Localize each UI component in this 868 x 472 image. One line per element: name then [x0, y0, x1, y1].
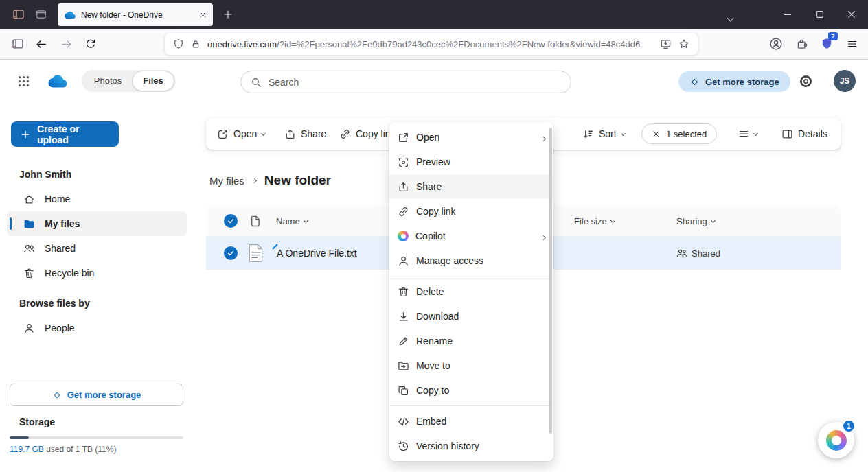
toggle-photos[interactable]: Photos: [82, 70, 134, 92]
details-button[interactable]: Details: [781, 118, 827, 150]
storage-progress-fill: [10, 436, 29, 439]
menu-item-label: Share: [416, 181, 442, 192]
menu-item-manage-access[interactable]: Manage access: [389, 248, 553, 273]
bookmark-star-icon[interactable]: [678, 38, 689, 49]
menu-item-delete[interactable]: Delete: [389, 279, 553, 304]
sort-icon: [582, 128, 594, 140]
save-page-icon[interactable]: [660, 38, 672, 50]
preview-icon: [398, 156, 409, 168]
sidebar-item-label: People: [45, 322, 75, 333]
app-launcher-icon[interactable]: [17, 75, 30, 88]
tab-close-icon[interactable]: [198, 10, 207, 19]
code-icon: [398, 416, 409, 427]
chevron-down-icon: [711, 217, 716, 222]
sidebar-item-shared[interactable]: Shared: [7, 236, 187, 261]
browser-tab[interactable]: New folder - OneDrive: [58, 3, 213, 26]
sort-button[interactable]: Sort: [582, 118, 625, 150]
menu-item-embed[interactable]: Embed: [389, 409, 553, 434]
menu-item-rename[interactable]: Rename: [389, 329, 553, 353]
sidebar-item-people[interactable]: People: [7, 316, 187, 340]
firefox-view-icon[interactable]: [12, 8, 25, 21]
reload-icon[interactable]: [85, 38, 96, 49]
share-button[interactable]: Share: [284, 118, 326, 150]
tab-list-chevron-icon[interactable]: [728, 12, 733, 23]
file-sharing-status[interactable]: Shared: [676, 237, 720, 270]
selection-count-pill[interactable]: 1 selected: [641, 123, 717, 144]
storage-usage-text: 119.7 GB used of 1 TB (11%): [10, 445, 116, 454]
trash-icon: [398, 286, 409, 298]
back-icon[interactable]: [36, 38, 47, 50]
menu-item-label: Open: [416, 132, 439, 143]
people-icon: [23, 243, 35, 255]
column-header-sharing[interactable]: Sharing: [676, 206, 715, 236]
plus-icon: [21, 130, 30, 139]
menu-scrollbar[interactable]: [549, 128, 552, 434]
home-icon: [23, 193, 35, 205]
menu-item-label: Copilot: [415, 231, 446, 241]
trash-icon: [23, 268, 35, 279]
menu-item-share[interactable]: Share: [389, 174, 553, 199]
sort-label: Sort: [599, 128, 617, 139]
minimize-icon[interactable]: [783, 10, 792, 19]
search-input[interactable]: [269, 77, 561, 88]
maximize-icon[interactable]: [815, 10, 825, 19]
sidebar-item-my-files[interactable]: My files: [7, 211, 187, 236]
menu-item-copilot[interactable]: Copilot: [389, 224, 553, 248]
select-all-checkbox[interactable]: [224, 214, 238, 228]
column-header-name[interactable]: Name: [276, 206, 308, 236]
extensions-icon[interactable]: [796, 38, 808, 50]
forward-icon[interactable]: [60, 38, 72, 50]
sidebar-item-label: Recycle bin: [45, 268, 94, 279]
column-header-file-size[interactable]: File size: [574, 206, 615, 236]
view-toggle: Photos Files: [82, 70, 176, 92]
submenu-chevron-icon: [542, 132, 545, 143]
menu-item-move-to[interactable]: Move to: [389, 353, 553, 378]
sidebar-item-label: Shared: [45, 243, 76, 254]
selection-indicator: [10, 217, 12, 230]
file-name[interactable]: A OneDrive File.txt: [277, 237, 357, 270]
menu-hamburger-icon[interactable]: [847, 38, 858, 49]
storage-progress-bar: [10, 436, 183, 439]
breadcrumb-parent[interactable]: My files: [209, 175, 244, 187]
browser-titlebar: New folder - OneDrive: [0, 0, 868, 29]
view-options-button[interactable]: [738, 118, 757, 150]
copilot-button[interactable]: 1: [818, 422, 854, 458]
onedrive-logo-icon[interactable]: [44, 72, 71, 91]
browser-window-icon[interactable]: [11, 38, 25, 50]
account-icon[interactable]: [769, 37, 783, 51]
menu-item-preview[interactable]: Preview: [389, 150, 553, 174]
menu-item-download[interactable]: Download: [389, 304, 553, 329]
search-box[interactable]: [240, 71, 571, 93]
shield-icon[interactable]: [173, 38, 184, 49]
menu-item-copy-link[interactable]: Copy link: [389, 199, 553, 224]
user-avatar[interactable]: JS: [834, 70, 856, 92]
menu-item-version-history[interactable]: Version history: [389, 434, 553, 458]
row-checkbox[interactable]: [224, 246, 238, 260]
storage-used-rest: used of 1 TB (11%): [44, 445, 117, 454]
copy-link-button[interactable]: Copy link: [339, 118, 396, 150]
sidebar-get-more-storage-button[interactable]: Get more storage: [10, 384, 183, 406]
chevron-down-icon: [304, 217, 308, 222]
settings-gear-icon[interactable]: [799, 74, 813, 88]
close-window-icon[interactable]: [847, 10, 856, 19]
menu-item-open[interactable]: Open: [389, 125, 553, 150]
sidebar-item-recycle-bin[interactable]: Recycle bin: [7, 261, 187, 285]
sidebar-item-home[interactable]: Home: [7, 187, 187, 211]
toggle-files[interactable]: Files: [132, 71, 174, 91]
open-button[interactable]: Open: [217, 118, 265, 150]
menu-item-copy-to[interactable]: Copy to: [389, 378, 553, 403]
new-tab-icon[interactable]: [222, 9, 233, 20]
url-bar[interactable]: onedrive.live.com/?id=%2Fpersonal%2Fe9db…: [165, 33, 698, 55]
details-pane-icon: [781, 128, 793, 140]
clear-selection-icon[interactable]: [652, 130, 661, 139]
url-host: onedrive.live.com: [207, 39, 277, 49]
file-type-column-icon[interactable]: [249, 215, 262, 228]
sidebar-item-label: My files: [45, 218, 80, 229]
storage-used-link[interactable]: 119.7 GB: [10, 445, 44, 454]
lock-icon[interactable]: [191, 39, 201, 49]
search-icon: [251, 77, 262, 88]
link-icon: [339, 128, 351, 140]
window-icon[interactable]: [36, 9, 47, 20]
get-more-storage-button[interactable]: Get more storage: [678, 71, 790, 92]
create-or-upload-button[interactable]: Create or upload: [11, 121, 119, 147]
